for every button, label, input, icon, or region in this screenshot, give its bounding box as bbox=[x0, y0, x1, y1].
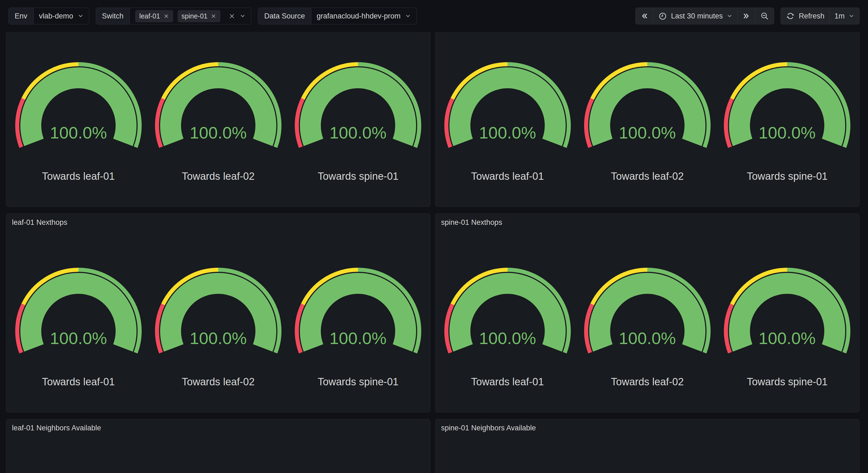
env-value: vlab-demo bbox=[39, 12, 73, 20]
refresh-interval-value: 1m bbox=[834, 12, 845, 20]
gauge-arc: 100.0% bbox=[154, 61, 282, 155]
gauge-row: 100.0% Towards leaf-01 100.0% Towards le… bbox=[8, 227, 428, 412]
dashboard-toolbar: Env vlab-demo Switch leaf-01 spine-01 bbox=[0, 0, 868, 32]
gauge-arc: 100.0% bbox=[584, 267, 711, 360]
gauge-row: 100.0% Towards leaf-01 100.0% Towards le… bbox=[8, 22, 428, 207]
gauge-arc: 100.0% bbox=[294, 61, 422, 155]
switch-tag-text: leaf-01 bbox=[139, 12, 160, 20]
chevron-down-icon bbox=[848, 13, 855, 19]
gauge-label: Towards spine-01 bbox=[317, 376, 398, 388]
gauge-row bbox=[437, 433, 857, 473]
chevron-down-icon bbox=[78, 13, 84, 19]
remove-tag-x-icon[interactable] bbox=[163, 13, 169, 19]
gauge-arc: 100.0% bbox=[723, 61, 851, 155]
gauge-value: 100.0% bbox=[190, 329, 247, 348]
gauge: 100.0% Towards spine-01 bbox=[717, 22, 857, 207]
gauge-label: Towards leaf-01 bbox=[471, 376, 544, 388]
gauge: 100.0% Towards leaf-02 bbox=[577, 22, 717, 207]
dashboard-grid: 100.0% Towards leaf-01 100.0% Towards le… bbox=[0, 0, 868, 473]
time-range-picker[interactable]: Last 30 minutes bbox=[653, 8, 738, 24]
gauge-arc: 100.0% bbox=[444, 61, 571, 155]
switch-variable-control: Switch leaf-01 spine-01 bbox=[96, 8, 252, 24]
gauge-arc: 100.0% bbox=[723, 267, 851, 360]
panel-top-left: 100.0% Towards leaf-01 100.0% Towards le… bbox=[6, 8, 431, 207]
gauge: 100.0% Towards leaf-02 bbox=[577, 227, 717, 412]
chevron-down-icon bbox=[405, 13, 411, 19]
gauge-value: 100.0% bbox=[190, 123, 247, 142]
zoom-out-button[interactable] bbox=[755, 8, 774, 24]
time-shift-back-button[interactable] bbox=[636, 8, 653, 24]
datasource-value: grafanacloud-hhdev-prom bbox=[317, 12, 401, 20]
datasource-label: Data Source bbox=[258, 8, 311, 24]
magnifier-minus-icon bbox=[760, 12, 769, 20]
grafana-dashboard: 100.0% Towards leaf-01 100.0% Towards le… bbox=[0, 0, 868, 473]
chevron-down-icon bbox=[726, 13, 733, 19]
switch-tag-text: spine-01 bbox=[182, 12, 208, 20]
double-chevron-right-icon bbox=[743, 12, 750, 20]
gauge-row bbox=[8, 433, 428, 473]
switch-select[interactable]: leaf-01 spine-01 bbox=[130, 8, 251, 24]
env-label: Env bbox=[9, 8, 34, 24]
remove-tag-x-icon[interactable] bbox=[211, 13, 216, 19]
switch-tag-leaf-01[interactable]: leaf-01 bbox=[135, 10, 173, 22]
gauge-value: 100.0% bbox=[479, 123, 536, 142]
panel-spine-01-nexthops: spine-01 Nexthops 100.0% Towards leaf-01… bbox=[435, 213, 860, 412]
gauge-value: 100.0% bbox=[619, 123, 676, 142]
gauge-label: Towards leaf-01 bbox=[42, 170, 115, 182]
gauge: 100.0% Towards spine-01 bbox=[288, 22, 428, 207]
env-select[interactable]: vlab-demo bbox=[34, 8, 89, 24]
datasource-select[interactable]: grafanacloud-hhdev-prom bbox=[311, 8, 416, 24]
gauge-row: 100.0% Towards leaf-01 100.0% Towards le… bbox=[437, 22, 857, 207]
refresh-button[interactable]: Refresh bbox=[781, 8, 830, 24]
gauge: 100.0% Towards spine-01 bbox=[288, 227, 428, 412]
gauge-label: Towards spine-01 bbox=[317, 170, 398, 182]
gauge-label: Towards leaf-02 bbox=[611, 170, 684, 182]
refresh-label: Refresh bbox=[799, 12, 825, 20]
switch-label: Switch bbox=[96, 8, 130, 24]
gauge: 100.0% Towards leaf-01 bbox=[437, 227, 577, 412]
gauge-label: Towards leaf-02 bbox=[182, 376, 255, 388]
gauge-value: 100.0% bbox=[50, 123, 107, 142]
clear-selection-x-icon[interactable] bbox=[228, 13, 235, 20]
gauge-arc: 100.0% bbox=[294, 267, 422, 360]
gauge: 100.0% Towards leaf-01 bbox=[8, 22, 148, 207]
gauge-arc: 100.0% bbox=[154, 267, 282, 360]
refresh-interval-picker[interactable]: 1m bbox=[829, 8, 859, 24]
panel-top-right: 100.0% Towards leaf-01 100.0% Towards le… bbox=[435, 8, 860, 207]
gauge-label: Towards spine-01 bbox=[747, 170, 828, 182]
gauge-value: 100.0% bbox=[330, 329, 386, 348]
clock-icon bbox=[658, 12, 667, 21]
gauge-value: 100.0% bbox=[758, 329, 816, 348]
gauge-value: 100.0% bbox=[50, 329, 107, 348]
time-shift-forward-button[interactable] bbox=[738, 8, 755, 24]
gauge-arc: 100.0% bbox=[444, 267, 571, 360]
gauge-value: 100.0% bbox=[330, 123, 386, 142]
gauge: 100.0% Towards spine-01 bbox=[717, 227, 857, 412]
chevron-down-icon bbox=[240, 13, 246, 19]
panel-leaf-01-neighbors-available: leaf-01 Neighbors Available bbox=[6, 419, 431, 473]
time-range-label: Last 30 minutes bbox=[671, 12, 723, 20]
sync-icon bbox=[786, 11, 795, 21]
gauge-arc: 100.0% bbox=[584, 61, 711, 155]
switch-tag-spine-01[interactable]: spine-01 bbox=[178, 10, 221, 22]
gauge-value: 100.0% bbox=[758, 123, 816, 142]
gauge-label: Towards leaf-02 bbox=[611, 376, 684, 388]
gauge-label: Towards leaf-02 bbox=[182, 170, 255, 182]
gauge-arc: 100.0% bbox=[14, 61, 142, 155]
gauge-value: 100.0% bbox=[479, 329, 536, 348]
refresh-controls: Refresh 1m bbox=[781, 8, 860, 24]
double-chevron-left-icon bbox=[641, 12, 648, 20]
gauge-label: Towards spine-01 bbox=[747, 376, 828, 388]
gauge: 100.0% Towards leaf-01 bbox=[437, 22, 577, 207]
gauge-label: Towards leaf-01 bbox=[471, 170, 544, 182]
gauge: 100.0% Towards leaf-01 bbox=[8, 227, 148, 412]
panel-leaf-01-nexthops: leaf-01 Nexthops 100.0% Towards leaf-01 … bbox=[6, 213, 431, 412]
gauge-value: 100.0% bbox=[619, 329, 676, 348]
time-controls: Last 30 minutes bbox=[636, 8, 774, 24]
gauge-arc: 100.0% bbox=[14, 267, 142, 360]
env-variable-control: Env vlab-demo bbox=[8, 8, 89, 24]
datasource-control: Data Source grafanacloud-hhdev-prom bbox=[258, 8, 416, 24]
gauge-row: 100.0% Towards leaf-01 100.0% Towards le… bbox=[437, 227, 857, 412]
panel-spine-01-neighbors-available: spine-01 Neighbors Available bbox=[435, 419, 860, 473]
gauge: 100.0% Towards leaf-02 bbox=[148, 227, 288, 412]
